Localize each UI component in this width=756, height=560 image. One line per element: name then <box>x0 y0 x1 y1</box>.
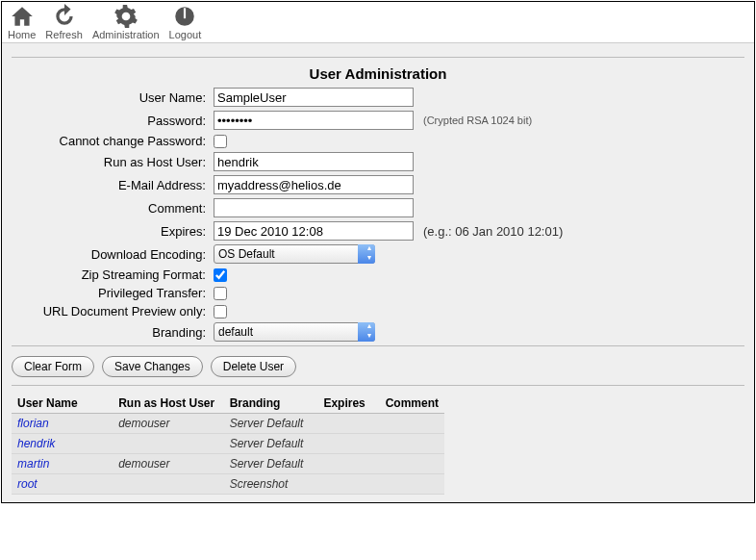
cell-expires <box>317 434 379 454</box>
home-label: Home <box>8 29 36 40</box>
cell-hostuser <box>113 474 224 495</box>
th-hostuser: Run as Host User <box>113 394 224 414</box>
home-button[interactable]: Home <box>8 4 36 40</box>
cell-comment <box>380 434 444 454</box>
host-user-input[interactable] <box>214 152 414 171</box>
username-input[interactable] <box>214 88 414 107</box>
administration-button[interactable]: Administration <box>92 4 160 40</box>
refresh-button[interactable]: Refresh <box>45 4 83 40</box>
label-encoding: Download Encoding: <box>12 247 214 262</box>
label-host-user: Run as Host User: <box>12 155 214 169</box>
th-comment: Comment <box>380 394 444 414</box>
priv-transfer-checkbox[interactable] <box>214 287 227 300</box>
cell-comment <box>380 414 444 434</box>
logout-button[interactable]: Logout <box>169 4 202 40</box>
cell-expires <box>317 474 379 495</box>
cannot-change-checkbox[interactable] <box>214 135 227 148</box>
th-expires: Expires <box>317 394 379 414</box>
label-email: E-Mail Address: <box>12 178 214 192</box>
cell-username[interactable]: florian <box>12 414 113 434</box>
cell-expires <box>317 454 379 474</box>
clear-form-button[interactable]: Clear Form <box>12 356 94 377</box>
label-url-preview: URL Document Preview only: <box>12 304 214 318</box>
table-row[interactable]: martin demouser Server Default <box>12 454 444 474</box>
label-comment: Comment: <box>12 201 214 216</box>
cell-hostuser: demouser <box>113 414 224 434</box>
label-cannot-change: Cannot change Password: <box>12 134 214 148</box>
expires-input[interactable] <box>214 221 414 241</box>
table-row[interactable]: hendrik Server Default <box>12 434 444 454</box>
cell-branding: Screenshot <box>224 474 318 495</box>
cell-username[interactable]: root <box>12 474 113 495</box>
gear-icon <box>113 4 139 29</box>
content-area: User Administration User Name: Password:… <box>2 43 754 502</box>
cell-username[interactable]: martin <box>12 454 113 474</box>
password-hint: (Crypted RSA 1024 bit) <box>423 115 532 126</box>
table-row[interactable]: root Screenshot <box>12 474 444 495</box>
administration-label: Administration <box>92 29 160 40</box>
th-branding: Branding <box>224 394 318 414</box>
divider-mid <box>12 345 744 346</box>
label-expires: Expires: <box>12 224 214 239</box>
label-branding: Branding: <box>12 325 214 340</box>
cell-hostuser: demouser <box>113 454 224 474</box>
home-icon <box>10 4 35 29</box>
toolbar: Home Refresh Administration Logout <box>2 2 754 43</box>
users-tbody: florian demouser Server Default hendrik … <box>12 414 444 495</box>
save-changes-button[interactable]: Save Changes <box>102 356 203 377</box>
cell-comment <box>380 454 444 474</box>
encoding-select[interactable]: OS Default <box>214 244 375 264</box>
expires-hint: (e.g.: 06 Jan 2010 12:01) <box>423 224 563 239</box>
refresh-icon <box>52 4 77 29</box>
cell-branding: Server Default <box>224 414 318 434</box>
divider-top <box>12 57 744 58</box>
cell-username[interactable]: hendrik <box>12 434 113 454</box>
svg-rect-1 <box>184 8 186 18</box>
logout-icon <box>172 4 197 29</box>
cell-expires <box>317 414 379 434</box>
label-zip-stream: Zip Streaming Format: <box>12 267 214 282</box>
branding-select[interactable]: default <box>214 322 375 342</box>
zip-stream-checkbox[interactable] <box>214 268 227 282</box>
url-preview-checkbox[interactable] <box>214 305 227 318</box>
cell-branding: Server Default <box>224 454 318 474</box>
logout-label: Logout <box>169 29 202 40</box>
table-row[interactable]: florian demouser Server Default <box>12 414 444 434</box>
cell-branding: Server Default <box>224 434 318 454</box>
button-row: Clear Form Save Changes Delete User <box>12 356 744 377</box>
app-frame: Home Refresh Administration Logout User … <box>1 1 755 503</box>
page-title: User Administration <box>12 65 744 82</box>
th-username: User Name <box>12 394 113 414</box>
label-username: User Name: <box>12 90 214 105</box>
refresh-label: Refresh <box>45 29 83 40</box>
delete-user-button[interactable]: Delete User <box>211 356 296 377</box>
comment-input[interactable] <box>214 198 414 217</box>
label-priv-transfer: Privileged Transfer: <box>12 286 214 300</box>
divider-bottom <box>12 385 744 386</box>
email-input[interactable] <box>214 175 414 194</box>
label-password: Password: <box>12 114 214 128</box>
password-input[interactable] <box>214 111 414 130</box>
cell-hostuser <box>113 434 224 454</box>
users-table: User Name Run as Host User Branding Expi… <box>12 394 444 495</box>
cell-comment <box>380 474 444 495</box>
